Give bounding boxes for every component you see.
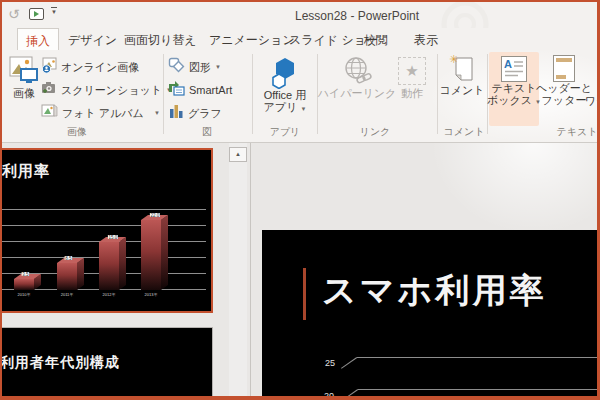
data-label-callout: 15.0 — [108, 235, 118, 239]
window-title: Lesson28 - PowerPoint — [295, 9, 419, 23]
comment-label: コメント — [439, 84, 484, 96]
chart-button[interactable]: グラフ — [169, 103, 222, 123]
data-label-callout: 8.5 — [65, 256, 72, 260]
chart-bar — [57, 263, 77, 290]
powerpoint-window: ↺ ▼ Lesson28 - PowerPoint 挿入 デザイン 画面切り替え… — [0, 0, 600, 400]
category-label: 2012年 — [98, 292, 120, 298]
hyperlink-label: ハイパーリンク — [318, 87, 397, 99]
shapes-icon — [168, 57, 185, 77]
office-apps-label-line1: Office 用 — [264, 89, 307, 101]
play-glyph — [34, 11, 39, 17]
group-label-apps: アプリ — [256, 125, 314, 139]
photo-album-label: フォト アルバム — [62, 106, 144, 121]
action-button: ★ 動作 — [394, 52, 430, 126]
group-label-text: テキスト — [547, 125, 600, 139]
dropdown-caret-icon: ▼ — [154, 110, 160, 116]
textbox-label-line2: ボックス ▼ — [487, 94, 541, 108]
hyperlink-icon — [340, 55, 374, 87]
textbox-icon: A — [501, 56, 527, 82]
header-footer-icon — [553, 55, 575, 82]
window-frame-top — [0, 0, 600, 2]
header-footer-label-line2: フッター — [542, 94, 587, 106]
data-label-callout: 22.0 — [150, 213, 160, 217]
tab-design[interactable]: デザイン — [68, 32, 117, 49]
office-apps-icon — [270, 55, 300, 89]
category-label: 2013年 — [140, 292, 162, 298]
smartart-label: SmartArt — [189, 84, 232, 96]
tab-insert[interactable]: 挿入 — [17, 28, 59, 50]
thumb-gridline — [1, 225, 206, 226]
header-footer-label-line1: ヘッダーと — [536, 82, 592, 94]
header-footer-button[interactable]: ヘッダーと フッター — [541, 52, 587, 126]
group-label-images: 画像 — [32, 125, 122, 139]
svg-text:✳: ✳ — [449, 53, 458, 65]
gridline — [358, 389, 597, 390]
shapes-label: 図形 — [189, 60, 211, 75]
dropdown-caret-icon: ▼ — [300, 106, 306, 112]
start-slideshow-icon[interactable] — [29, 8, 44, 20]
pane-divider[interactable] — [250, 143, 251, 396]
pictures-button[interactable]: 画像 — [4, 53, 44, 123]
chart-bar-side — [161, 215, 168, 290]
slide-canvas[interactable]: スマホ利用率 25 20 — [262, 230, 597, 396]
axis-tick — [341, 357, 357, 369]
thumb-gridline — [1, 209, 206, 210]
ribbon-tab-row: 挿入 デザイン 画面切り替え アニメーション スライド ショー 校閲 表示 — [2, 28, 597, 50]
chart-bar — [99, 242, 119, 290]
action-star-icon: ★ — [398, 57, 426, 85]
chart-bar-side — [77, 258, 84, 290]
workspace: スマホ利用率 3.52010年8.52011年15.02012年22.02013… — [2, 143, 597, 396]
category-label: 2010年 — [13, 292, 35, 298]
group-label-comments: コメント — [439, 125, 489, 139]
chart-bar — [14, 279, 34, 290]
comment-icon: ✳ — [448, 52, 476, 84]
screenshot-label: スクリーンショット — [61, 83, 162, 98]
tab-animations[interactable]: アニメーション — [209, 32, 295, 49]
slide-thumbnail-1[interactable]: スマホ利用率 3.52010年8.52011年15.02012年22.02013… — [0, 148, 213, 313]
caret-bar — [51, 7, 57, 8]
category-label: 2011年 — [56, 292, 78, 298]
textbox-button[interactable]: A テキスト ボックス ▼ — [489, 52, 539, 126]
chart-label: グラフ — [188, 106, 222, 121]
online-pictures-icon — [41, 57, 57, 78]
thumbnail-scrollbar[interactable] — [229, 143, 247, 396]
undo-icon[interactable]: ↺ — [8, 6, 20, 22]
group-label-illustrations: 図 — [167, 125, 247, 139]
tab-review[interactable]: 校閲 — [364, 32, 388, 49]
group-divider — [163, 54, 164, 134]
photo-album-icon — [41, 103, 58, 123]
gridline — [357, 357, 597, 358]
screenshot-icon — [41, 80, 57, 100]
online-pictures-button[interactable]: オンライン画像 — [41, 57, 139, 77]
pictures-label: 画像 — [13, 87, 35, 99]
svg-text:A: A — [504, 58, 512, 70]
comment-button[interactable]: ✳ コメント — [439, 52, 485, 126]
picture-icon — [8, 55, 40, 87]
online-pictures-label: オンライン画像 — [61, 60, 139, 75]
chart-bar-side — [119, 237, 126, 290]
office-apps-button[interactable]: Office 用 アプリ ▼ — [256, 52, 314, 126]
title-bar: ↺ ▼ Lesson28 - PowerPoint — [2, 2, 597, 28]
scroll-up-button[interactable]: ▲ — [229, 147, 247, 162]
tab-transitions[interactable]: 画面切り替え — [124, 32, 197, 49]
window-frame-left — [0, 0, 2, 400]
tab-view[interactable]: 表示 — [414, 32, 438, 49]
shapes-button[interactable]: 図形 ▼ — [168, 57, 221, 77]
group-divider — [252, 54, 253, 134]
textbox-label-line1: テキスト — [491, 82, 536, 94]
slide-thumbnail-2[interactable]: スマホ利用者年代別構成 — [0, 327, 213, 399]
thumbnail-2-title: スマホ利用者年代別構成 — [0, 354, 120, 372]
screenshot-button[interactable]: スクリーンショット ▼ — [41, 80, 172, 100]
action-label: 動作 — [401, 87, 423, 99]
window-frame-bottom — [0, 396, 600, 400]
group-divider — [437, 54, 438, 134]
group-label-links: リンク — [320, 125, 430, 139]
axis-tick — [342, 389, 358, 396]
chart-icon — [169, 103, 184, 123]
slide-title[interactable]: スマホ利用率 — [322, 268, 546, 314]
chart-bar — [141, 220, 161, 290]
smartart-button[interactable]: SmartArt — [167, 80, 232, 100]
office-apps-label-line2: アプリ ▼ — [264, 101, 307, 115]
photo-album-button[interactable]: フォト アルバム ▼ — [41, 103, 160, 123]
customize-qat-icon[interactable]: ▼ — [51, 7, 57, 15]
